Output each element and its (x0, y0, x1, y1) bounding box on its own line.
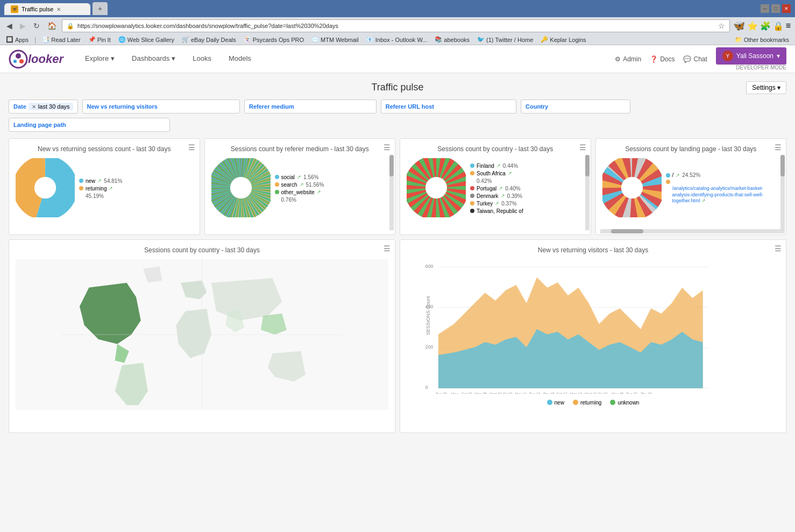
chart-menu-country[interactable]: ☰ (579, 143, 586, 152)
chart-title-area: New vs returning visitors - last 30 days (407, 246, 779, 255)
bookmark-star-icon[interactable]: ☆ (718, 22, 725, 30)
filter-new-vs-returning[interactable]: New vs returning visitors (82, 100, 240, 114)
bm-apps[interactable]: 🔲Apps (4, 36, 30, 44)
bm-read-later[interactable]: 📑Read Later (40, 36, 82, 44)
bm-web-slice[interactable]: 🌐Web Slice Gallery (117, 36, 176, 44)
svg-text:Tue 13: Tue 13 (529, 392, 541, 394)
filter-referer-url[interactable]: Referer URL host (381, 100, 516, 114)
svg-text:May 25: May 25 (612, 392, 623, 394)
svg-text:Sat 03: Sat 03 (462, 392, 472, 394)
bm-pin-it[interactable]: 📌Pin It (87, 36, 112, 44)
tab-close-button[interactable]: ✕ (56, 6, 61, 12)
reload-button[interactable]: ↻ (31, 20, 42, 31)
filter-landing-page-input[interactable] (68, 122, 165, 128)
filter-country[interactable]: Country (521, 100, 630, 114)
svg-point-6 (34, 177, 56, 198)
minimize-button[interactable]: ─ (761, 4, 769, 13)
close-button[interactable]: ✕ (782, 4, 791, 13)
dev-mode-label: DEVELOPER MODE (716, 65, 786, 70)
browser-tab[interactable]: 🦋 Traffic pulse ✕ (4, 3, 90, 15)
user-menu[interactable]: Y Yali Sassoon ▾ (716, 47, 786, 65)
maximize-button[interactable]: □ (771, 4, 780, 13)
chart-world-map: Sessions count by country - last 30 days… (9, 239, 395, 433)
chart-title-country: Sessions count by country - last 30 days (407, 145, 584, 154)
chart-menu-nvr[interactable]: ☰ (188, 143, 195, 152)
address-bar[interactable]: 🔒 https://snowplowanalytics.looker.com/d… (62, 19, 730, 32)
home-button[interactable]: 🏠 (45, 20, 59, 31)
back-button[interactable]: ◀ (4, 20, 15, 31)
chart-menu-map[interactable]: ☰ (384, 244, 391, 253)
bm-inbox[interactable]: 📧Inbox - Outlook W... (365, 36, 429, 44)
docs-link[interactable]: ❓ Docs (650, 55, 675, 63)
svg-text:Wed 21: Wed 21 (585, 392, 597, 394)
dashboard-area: Traffic pulse Settings ▾ Date ✕ last 30 … (0, 73, 795, 532)
logo-text: looker (28, 52, 63, 66)
pie-landing (602, 158, 662, 219)
pie-country (407, 158, 466, 219)
docs-icon: ❓ (650, 55, 658, 63)
forward-button[interactable]: ▶ (18, 20, 28, 31)
svg-text:200: 200 (425, 344, 434, 350)
legend-item-portugal: Portugal↗0.40% (470, 186, 523, 191)
filter-referer-url-input[interactable] (436, 103, 512, 110)
bm-psycards[interactable]: 🃏Psycards Ops PRO (242, 36, 306, 44)
chart-landing-scrollbar-v[interactable] (780, 155, 785, 230)
chart-menu-area[interactable]: ☰ (775, 244, 782, 253)
chart-menu-referer[interactable]: ☰ (384, 143, 391, 152)
bm-other[interactable]: 📁Other bookmarks (733, 36, 791, 44)
svg-point-1 (16, 53, 21, 59)
svg-text:May 11: May 11 (515, 392, 527, 394)
user-avatar: Y (722, 51, 733, 61)
world-map (16, 259, 388, 410)
svg-point-24 (621, 177, 643, 198)
chart-scrollbar-v[interactable] (389, 155, 394, 230)
svg-text:Tue 29: Tue 29 (436, 392, 447, 394)
tab-title: Traffic pulse (22, 6, 53, 12)
chat-link[interactable]: 💬 Chat (683, 55, 707, 63)
star-icon[interactable]: ⭐ (747, 21, 758, 31)
filter-landing-page[interactable]: Landing page path (9, 118, 170, 132)
nav-models[interactable]: Models (220, 45, 260, 73)
filter-referer-medium-input[interactable] (296, 103, 372, 110)
bm-mtm[interactable]: ✉️MTM Webmail (310, 36, 360, 44)
bm-keplar[interactable]: 🔑Keplar Logins (539, 36, 587, 44)
legend-item-returning: returning↗ (79, 186, 122, 191)
svg-text:Wed 07: Wed 07 (489, 392, 501, 394)
chart-referer-medium: Sessions count by referer medium - last … (204, 138, 396, 235)
filter-clear-button[interactable]: ✕ (32, 104, 36, 110)
extensions-icon[interactable]: 🦋 (733, 20, 745, 32)
legend-referer: social↗1.56% search↗51.56% other_website… (275, 174, 324, 203)
menu-icon[interactable]: ≡ (786, 21, 791, 31)
admin-link[interactable]: ⚙ Admin (615, 55, 641, 63)
bm-twitter[interactable]: 🐦(1) Twitter / Home (475, 36, 535, 44)
chart-menu-landing[interactable]: ☰ (775, 143, 782, 152)
lock-icon[interactable]: 🔒 (773, 21, 784, 31)
chart-landing-scrollbar-h[interactable] (600, 229, 785, 233)
legend-item-turkey: Turkey↗0.37% (470, 201, 523, 207)
filters-row: Date ✕ last 30 days New vs returning vis… (9, 100, 786, 132)
chart-country-scrollbar[interactable] (585, 155, 590, 230)
filter-new-vs-returning-input[interactable] (160, 103, 235, 110)
new-tab-button[interactable]: + (93, 2, 108, 15)
settings-button[interactable]: Settings ▾ (746, 81, 786, 94)
puzzle-icon[interactable]: 🧩 (760, 21, 771, 31)
bm-abebooks[interactable]: 📚abebooks (433, 36, 471, 44)
nav-dashboards[interactable]: Dashboards▾ (123, 45, 184, 73)
svg-text:Mon 19: Mon 19 (570, 392, 583, 394)
filter-date-value: ✕ last 30 days (29, 103, 73, 110)
chart-new-vs-returning: New vs returning sessions count - last 3… (9, 138, 200, 235)
legend-new: new (547, 400, 564, 406)
pie-referer (211, 158, 271, 219)
legend-returning: returning (573, 400, 601, 406)
bm-ebay[interactable]: 🛒eBay Daily Deals (180, 36, 238, 44)
nav-explore[interactable]: Explore▾ (76, 45, 123, 73)
filter-date[interactable]: Date ✕ last 30 days (9, 100, 78, 114)
looker-logo: looker (9, 49, 63, 69)
main-nav: Explore▾ Dashboards▾ Looks Models (76, 45, 615, 73)
filter-referer-medium[interactable]: Referer medium (244, 100, 377, 114)
chart-title-nvr: New vs returning sessions count - last 3… (16, 145, 193, 154)
nav-looks[interactable]: Looks (184, 45, 220, 73)
filter-country-input[interactable] (550, 103, 626, 110)
legend-item-south-africa: South Africa↗ (470, 171, 523, 176)
legend-item-taiwan: Taiwan, Republic of (470, 208, 523, 214)
